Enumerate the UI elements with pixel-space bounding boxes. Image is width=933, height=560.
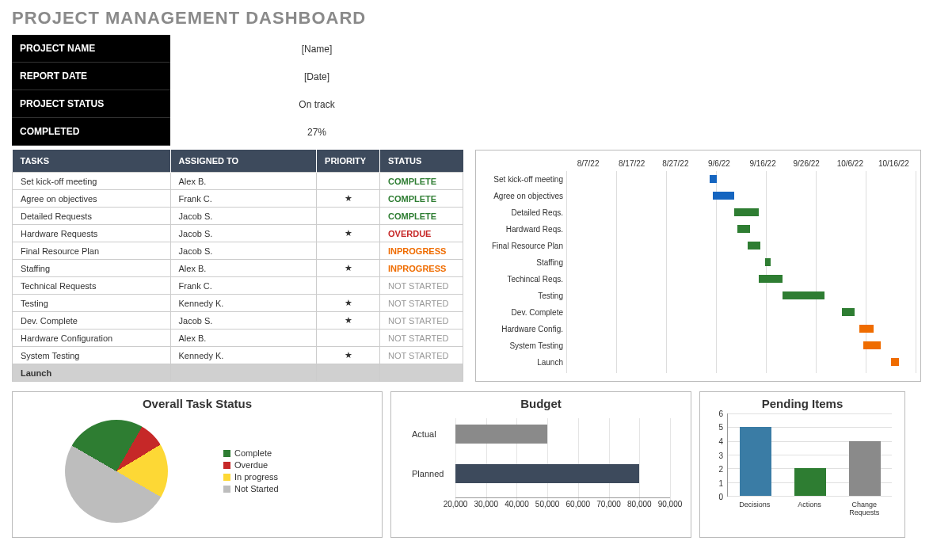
budget-track	[455, 425, 670, 444]
chart-title: Budget	[396, 397, 686, 410]
gantt-row: Set kick-off meeting	[481, 171, 916, 188]
gantt-date-label: 10/16/22	[872, 159, 916, 168]
cell-task: Hardware Requests	[13, 225, 171, 242]
pending-ytick: 1	[718, 478, 723, 487]
pie-graphic	[65, 420, 168, 523]
gantt-row-track	[566, 321, 916, 337]
info-value: On track	[170, 99, 463, 110]
budget-tick-label: 60,000	[566, 500, 591, 509]
gantt-row-track	[566, 188, 916, 204]
pending-xlabel: Change Requests	[840, 501, 888, 516]
info-row-project-name: PROJECT NAME [Name]	[12, 35, 463, 63]
cell-task: Agree on objectives	[13, 190, 171, 208]
project-info-panel: PROJECT NAME [Name] REPORT DATE [Date] P…	[12, 35, 463, 146]
budget-tick-label: 80,000	[627, 500, 652, 509]
gantt-row-track	[566, 221, 916, 238]
gantt-bar	[748, 242, 760, 250]
info-label: PROJECT STATUS	[12, 90, 170, 118]
cell-status: NOT STARTED	[380, 347, 463, 364]
gantt-row-label: Testing	[481, 291, 566, 300]
budget-bar	[455, 425, 547, 444]
legend-swatch	[223, 450, 230, 457]
cell-task: Testing	[13, 295, 171, 312]
gantt-row: Detailed Reqs.	[481, 204, 916, 221]
gantt-bar	[863, 341, 881, 349]
cell-assigned: Alex B.	[170, 330, 317, 347]
table-row: Agree on objectivesFrank C.★COMPLETE	[13, 190, 463, 208]
gantt-row-label: Staffing	[481, 258, 566, 267]
gantt-row-label: Set kick-off meeting	[481, 175, 566, 184]
table-row: TestingKennedy K.★NOT STARTED	[13, 295, 463, 312]
budget-bar	[455, 464, 639, 483]
info-row-report-date: REPORT DATE [Date]	[12, 63, 463, 90]
cell-assigned: Jacob S.	[170, 312, 317, 330]
cell-assigned: Frank C.	[170, 190, 317, 208]
gantt-row: Hardward Reqs.	[481, 221, 916, 238]
info-value: [Date]	[170, 71, 463, 82]
budget-tick-label: 50,000	[535, 500, 560, 509]
cell-task: Detailed Requests	[13, 208, 171, 225]
cell-status: INPROGRESS	[380, 260, 463, 277]
th-assigned: ASSIGNED TO	[170, 150, 317, 173]
gantt-row-label: Hardward Reqs.	[481, 225, 566, 234]
gantt-row-track	[566, 254, 916, 271]
cell-assigned: Frank C.	[170, 277, 317, 295]
tasks-table-panel: TASKS ASSIGNED TO PRIORITY STATUS Set ki…	[12, 150, 463, 382]
table-row: Launch	[13, 364, 463, 382]
pending-ytick: 5	[718, 423, 723, 432]
cell-priority	[317, 277, 380, 295]
gantt-bar	[713, 192, 733, 200]
legend-swatch	[223, 474, 230, 481]
cell-priority: ★	[317, 260, 380, 277]
gantt-row: Techincal Reqs.	[481, 271, 916, 288]
budget-row-label: Planned	[412, 469, 455, 478]
pending-bar	[849, 441, 881, 496]
gantt-bar	[734, 208, 759, 216]
cell-task: Technical Requests	[13, 277, 171, 295]
budget-plot: ActualPlanned20,00030,00040,00050,00060,…	[412, 418, 670, 521]
cell-task: Set kick-off meeting	[13, 173, 171, 190]
gantt-row: Staffing	[481, 254, 916, 271]
info-label: COMPLETED	[12, 118, 170, 146]
budget-row-label: Actual	[412, 429, 455, 439]
gantt-bar	[759, 275, 783, 283]
cell-assigned: Alex B.	[170, 260, 317, 277]
cell-assigned	[170, 364, 317, 382]
pending-items-chart: Pending Items 0123456DecisionsActionsCha…	[699, 391, 905, 538]
budget-track	[455, 464, 670, 483]
cell-task: Hardware Configuration	[13, 330, 171, 347]
gantt-date-label: 8/7/22	[566, 159, 610, 168]
pending-ytick: 2	[718, 464, 723, 473]
gantt-body: Set kick-off meetingAgree on objectivesD…	[481, 171, 916, 373]
gantt-row: System Testing	[481, 337, 916, 354]
cell-assigned: Jacob S.	[170, 225, 317, 242]
gantt-row-track	[566, 288, 916, 304]
overall-task-status-chart: Overall Task Status CompleteOverdueIn pr…	[12, 391, 383, 538]
pending-bar	[740, 427, 771, 496]
table-row: Hardware ConfigurationAlex B.NOT STARTED	[13, 330, 463, 347]
chart-title: Pending Items	[705, 397, 900, 410]
legend-label: Overdue	[234, 460, 268, 470]
budget-tick-label: 90,000	[658, 500, 683, 509]
pending-plot: 0123456DecisionsActionsChange Requests	[713, 413, 892, 516]
budget-tick-label: 40,000	[505, 500, 529, 509]
gantt-date-label: 9/16/22	[741, 159, 785, 168]
budget-tick-label: 20,000	[444, 500, 468, 509]
pending-y-axis: 0123456	[713, 413, 725, 497]
gantt-date-label: 9/26/22	[785, 159, 828, 168]
table-row: StaffingAlex B.★INPROGRESS	[13, 260, 463, 277]
pending-ytick: 6	[718, 410, 723, 418]
cell-task: Staffing	[13, 260, 171, 277]
legend-item: In progress	[223, 472, 279, 482]
pending-ytick: 4	[718, 436, 723, 445]
pending-x-axis: DecisionsActionsChange Requests	[727, 501, 892, 516]
th-status: STATUS	[380, 150, 463, 173]
budget-chart: Budget ActualPlanned20,00030,00040,00050…	[390, 391, 691, 538]
tasks-table: TASKS ASSIGNED TO PRIORITY STATUS Set ki…	[12, 150, 463, 382]
gantt-bar	[891, 358, 899, 366]
cell-priority: ★	[317, 225, 380, 242]
gantt-row: Testing	[481, 288, 916, 304]
gantt-row-track	[566, 238, 916, 254]
gantt-bar	[859, 325, 874, 333]
info-label: PROJECT NAME	[12, 35, 170, 63]
